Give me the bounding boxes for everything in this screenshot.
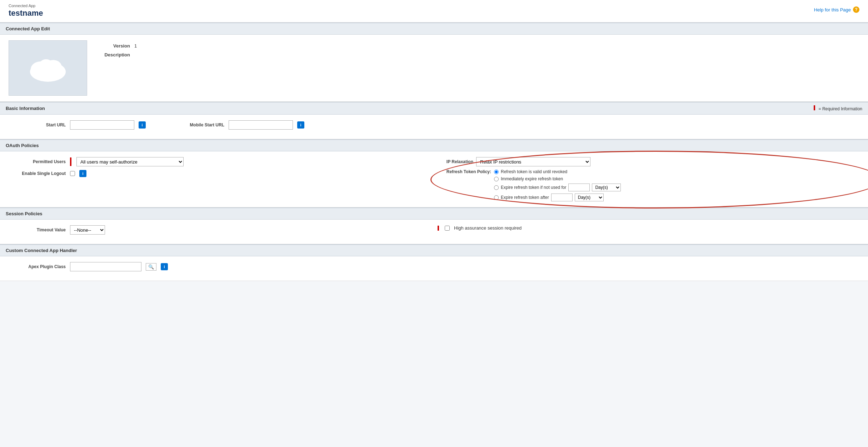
refresh-token-row: Refresh Token Policy: Refresh token is v… xyxy=(438,169,859,201)
timeout-value-label: Timeout Value xyxy=(9,227,66,232)
req-bar xyxy=(814,105,815,110)
refresh-radio-3[interactable] xyxy=(494,195,499,200)
ip-relaxation-label: IP Relaxation xyxy=(438,159,473,164)
permitted-users-row: Permitted Users All users may self-autho… xyxy=(9,157,430,166)
high-assurance-row: High assurance session required xyxy=(438,225,859,231)
description-label: Description xyxy=(101,52,130,57)
help-link-text: Help for this Page xyxy=(814,7,851,12)
search-icon: 🔍 xyxy=(148,264,154,270)
apex-plugin-class-input[interactable] xyxy=(70,262,141,271)
start-url-row: Start URL i xyxy=(9,120,146,130)
enable-single-logout-checkbox[interactable] xyxy=(70,171,75,176)
high-assurance-checkbox[interactable] xyxy=(445,226,450,231)
start-url-label: Start URL xyxy=(9,122,66,127)
required-indicator: = Required Information xyxy=(814,105,862,111)
refresh-radio-label-0: Refresh token is valid until revoked xyxy=(501,169,567,174)
start-url-input[interactable] xyxy=(70,120,134,130)
help-icon: ? xyxy=(853,6,859,13)
timeout-value-select[interactable]: --None-- 15 minutes 30 minutes 60 minute… xyxy=(70,225,105,235)
app-info: Connected App testname xyxy=(9,4,43,18)
version-row: Version 1 xyxy=(101,43,137,49)
cloud-svg xyxy=(26,52,69,84)
refresh-radio-row-1[interactable]: Immediately expire refresh token xyxy=(494,176,621,181)
refresh-token-unit-select-1[interactable]: Day(s) Hour(s) Minute(s) xyxy=(592,184,621,191)
refresh-radio-row-2[interactable]: Expire refresh token if not used for Day… xyxy=(494,184,621,191)
apex-plugin-class-row: Apex Plugin Class 🔍 i xyxy=(9,262,859,271)
enable-single-logout-info-btn[interactable]: i xyxy=(79,170,86,177)
session-policies-header: Session Policies xyxy=(0,207,868,220)
refresh-radio-0[interactable] xyxy=(494,170,499,174)
oauth-policies-header: OAuth Policies xyxy=(0,139,868,151)
app-title: testname xyxy=(9,9,43,18)
apex-plugin-class-label: Apex Plugin Class xyxy=(9,264,66,269)
oauth-grid: Permitted Users All users may self-autho… xyxy=(9,157,859,201)
mobile-start-url-row: Mobile Start URL i xyxy=(167,120,304,130)
session-right: High assurance session required xyxy=(438,225,859,238)
ip-relaxation-select[interactable]: Relax IP restrictions Enforce IP restric… xyxy=(476,157,590,166)
refresh-radio-label-3: Expire refresh token after xyxy=(501,195,549,200)
refresh-radio-2[interactable] xyxy=(494,185,499,190)
session-grid: Timeout Value --None-- 15 minutes 30 min… xyxy=(9,225,859,238)
version-desc: Version 1 Description xyxy=(101,43,137,57)
connected-app-edit-header: Connected App Edit xyxy=(0,22,868,35)
refresh-radio-row-0[interactable]: Refresh token is valid until revoked xyxy=(494,169,621,174)
version-label: Version xyxy=(101,43,130,49)
top-header: Connected App testname Help for this Pag… xyxy=(0,0,868,22)
refresh-token-unit-select-2[interactable]: Day(s) Hour(s) Minute(s) xyxy=(575,194,604,201)
svg-point-3 xyxy=(39,59,53,72)
high-assurance-label: High assurance session required xyxy=(454,225,522,231)
oauth-policies-body: Permitted Users All users may self-autho… xyxy=(0,151,868,207)
session-policies-body: Timeout Value --None-- 15 minutes 30 min… xyxy=(0,220,868,244)
permitted-users-select[interactable]: All users may self-authorize Admin appro… xyxy=(76,157,184,166)
session-left: Timeout Value --None-- 15 minutes 30 min… xyxy=(9,225,430,238)
custom-handler-body: Apex Plugin Class 🔍 i xyxy=(0,256,868,281)
refresh-token-days-input-1[interactable] xyxy=(568,184,590,191)
apex-plugin-info-btn[interactable]: i xyxy=(161,263,168,270)
permitted-users-required xyxy=(70,157,71,166)
oauth-left: Permitted Users All users may self-autho… xyxy=(9,157,430,201)
connected-app-edit-body: Version 1 Description xyxy=(0,35,868,102)
refresh-token-radio-group: Refresh token is valid until revoked Imm… xyxy=(494,169,621,201)
refresh-radio-label-2: Expire refresh token if not used for xyxy=(501,185,566,190)
apex-plugin-search-btn[interactable]: 🔍 xyxy=(146,263,156,271)
oauth-right: IP Relaxation Relax IP restrictions Enfo… xyxy=(438,157,859,201)
basic-info-body: Start URL i Mobile Start URL i xyxy=(0,115,868,139)
basic-info-header: Basic Information = Required Information xyxy=(0,102,868,115)
permitted-users-label: Permitted Users xyxy=(9,159,66,164)
refresh-radio-1[interactable] xyxy=(494,177,499,181)
enable-single-logout-label: Enable Single Logout xyxy=(9,171,66,176)
refresh-radio-label-1: Immediately expire refresh token xyxy=(501,176,563,181)
mobile-start-url-label: Mobile Start URL xyxy=(167,122,224,127)
enable-single-logout-row: Enable Single Logout i xyxy=(9,170,430,177)
refresh-token-policy-label: Refresh Token Policy: xyxy=(438,169,491,174)
high-assurance-required xyxy=(438,226,439,231)
version-value: 1 xyxy=(134,43,137,49)
app-label: Connected App xyxy=(9,4,43,8)
ip-relaxation-row: IP Relaxation Relax IP restrictions Enfo… xyxy=(438,157,859,166)
logo-box xyxy=(9,40,87,96)
help-link[interactable]: Help for this Page ? xyxy=(814,6,859,13)
mobile-start-url-input[interactable] xyxy=(229,120,293,130)
mobile-start-url-info-btn[interactable]: i xyxy=(297,121,304,129)
refresh-radio-row-3[interactable]: Expire refresh token after Day(s) Hour(s… xyxy=(494,194,621,201)
custom-handler-header: Custom Connected App Handler xyxy=(0,244,868,256)
description-row: Description xyxy=(101,52,137,57)
start-url-info-btn[interactable]: i xyxy=(139,121,146,129)
timeout-value-row: Timeout Value --None-- 15 minutes 30 min… xyxy=(9,225,430,235)
refresh-token-days-input-2[interactable] xyxy=(551,194,573,201)
